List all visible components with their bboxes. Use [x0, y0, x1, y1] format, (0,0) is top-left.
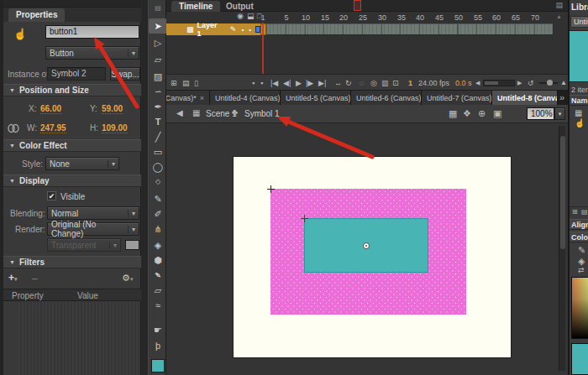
lasso-tool[interactable]: ∽: [149, 84, 167, 99]
layer-lock-dot[interactable]: •: [249, 26, 251, 34]
x-value[interactable]: 66.00: [40, 104, 61, 114]
symbol-type-dropdown[interactable]: Button ▾: [45, 46, 139, 60]
stage-vscrollbar[interactable]: [559, 126, 565, 371]
onion-skin-outlines-button[interactable]: ◎: [370, 78, 377, 88]
modify-markers-button[interactable]: ⊡: [392, 78, 399, 88]
y-value[interactable]: 59.00: [102, 104, 123, 114]
eraser-tool[interactable]: ▱: [149, 283, 167, 298]
panel-dock-bar[interactable]: [3, 0, 141, 8]
brush-tool[interactable]: ✐: [149, 206, 167, 221]
scroll-left-icon[interactable]: ◀: [475, 78, 480, 88]
pen-tool[interactable]: ✒: [149, 99, 167, 114]
play-button[interactable]: ▶: [296, 78, 302, 88]
new-symbol-icon[interactable]: ⊞: [572, 209, 578, 216]
tab-output[interactable]: Output: [218, 1, 261, 12]
hand-tool[interactable]: ☛: [149, 322, 167, 337]
swap-button[interactable]: Swap...: [110, 67, 140, 81]
zoom-tool[interactable]: ϸ: [149, 338, 167, 353]
layer-name[interactable]: Layer 1: [197, 21, 223, 38]
timeline-zoom-slider[interactable]: [539, 82, 558, 84]
stage-zoom-dropdown[interactable]: ▾: [554, 107, 565, 120]
frame-grid[interactable]: [266, 23, 553, 35]
edit-multiple-frames-button[interactable]: ▥: [381, 78, 389, 88]
center-frame-icon[interactable]: ⊕: [478, 109, 486, 118]
transparent-color-swatch[interactable]: [125, 240, 139, 250]
tab-timeline[interactable]: Timeline: [171, 1, 220, 12]
oval-tool[interactable]: ◯: [149, 159, 167, 174]
polystar-tool[interactable]: ◇: [149, 174, 167, 190]
stroke-color-icon[interactable]: ✎: [578, 246, 585, 255]
tab-library[interactable]: Library: [571, 3, 588, 12]
back-arrow-icon[interactable]: ◀: [176, 109, 183, 117]
bone-tool[interactable]: ⋔: [149, 221, 167, 237]
library-item-button-icon[interactable]: ☝: [575, 119, 585, 128]
stage-pasteboard[interactable]: [166, 123, 568, 375]
color-preview-swatch[interactable]: [571, 343, 588, 375]
panel-menu-icon[interactable]: ▤: [149, 1, 167, 16]
layer-row-layer1[interactable]: ▩ Layer 1 ✎ • •: [166, 23, 260, 35]
layer-visible-dot[interactable]: •: [241, 26, 244, 34]
swap-colors-icon[interactable]: ⇄: [578, 267, 585, 274]
text-tool[interactable]: T: [149, 114, 167, 129]
instance-name-input[interactable]: button1: [45, 25, 139, 39]
rectangle-tool[interactable]: ▭: [149, 144, 167, 159]
new-folder-icon[interactable]: ▤: [182, 78, 190, 88]
document-tab[interactable]: Untitled-4 (Canvas)* ×: [210, 91, 281, 105]
delete-layer-icon[interactable]: ▯: [194, 78, 198, 88]
playhead[interactable]: [354, 0, 361, 11]
tab-color[interactable]: Color: [570, 232, 588, 242]
lock-aspect-ratio-icon[interactable]: [8, 123, 19, 133]
onion-skin-button[interactable]: ◌: [360, 78, 364, 88]
color-picker-gradient[interactable]: [571, 277, 588, 339]
section-color-effect[interactable]: ▼ Color Effect: [3, 139, 141, 152]
step-forward-button[interactable]: |▶: [306, 78, 313, 88]
gradient-transform-tool[interactable]: ▨: [149, 69, 167, 84]
fill-color-icon[interactable]: ◈: [578, 257, 585, 266]
style-dropdown[interactable]: None ▾: [45, 157, 119, 170]
free-transform-tool[interactable]: ▱: [149, 52, 167, 67]
stage-zoom-input[interactable]: 100%: [527, 107, 554, 120]
show-hide-eye-icon[interactable]: ◉: [237, 13, 244, 20]
w-value[interactable]: 247.95: [40, 123, 66, 133]
h-value[interactable]: 109.00: [102, 123, 128, 133]
stage-canvas[interactable]: [234, 157, 511, 357]
scroll-up-icon[interactable]: ▲: [556, 13, 562, 19]
line-tool[interactable]: ╱: [149, 129, 167, 144]
edit-scene-icon[interactable]: ▦: [449, 109, 457, 118]
scroll-right-icon[interactable]: ▶: [517, 78, 522, 88]
instance-of-field[interactable]: Symbol 2: [47, 67, 106, 81]
document-tab[interactable]: Untitled-6 (Canvas)* ×: [351, 91, 422, 105]
reset-timeline-zoom-icon[interactable]: ↺: [528, 78, 534, 88]
new-layer-icon[interactable]: ⊞: [171, 78, 177, 88]
edit-symbols-icon[interactable]: ❖: [463, 109, 471, 118]
timeline-hscroll-thumb[interactable]: [485, 81, 498, 85]
timeline-zoom-slider-thumb[interactable]: [547, 80, 553, 86]
blending-dropdown[interactable]: Normal ▾: [47, 206, 139, 220]
timeline-hscrollbar[interactable]: [483, 80, 515, 86]
tab-overflow-icon[interactable]: »: [559, 93, 564, 102]
paint-bucket-tool[interactable]: ◈: [149, 237, 167, 253]
clip-content-icon[interactable]: ▣: [493, 109, 501, 118]
library-document-dropdown[interactable]: Untitled-8: [570, 16, 588, 28]
breadcrumb-symbol[interactable]: Symbol 1: [244, 109, 280, 118]
document-tab[interactable]: Untitled-7 (Canvas)* ×: [422, 91, 492, 105]
section-display[interactable]: ▼ Display: [3, 174, 141, 187]
filter-options-button[interactable]: ⚙▾: [122, 273, 133, 284]
tab-align[interactable]: Align: [570, 219, 588, 230]
go-to-first-frame-button[interactable]: |◀: [270, 78, 278, 88]
loop-range-button[interactable]: ↻: [345, 78, 352, 88]
remove-filter-button[interactable]: –: [32, 273, 38, 284]
library-item-graphic-icon[interactable]: ▦: [575, 109, 582, 117]
maximize-zoom-icon[interactable]: ▲: [560, 78, 567, 88]
transformation-point[interactable]: [363, 242, 370, 249]
new-folder-icon[interactable]: ▤: [581, 209, 588, 216]
step-back-button[interactable]: ◀|: [283, 78, 291, 88]
render-dropdown[interactable]: Original (No Change) ▾: [47, 222, 139, 236]
stage-vscroll-thumb[interactable]: [560, 136, 565, 249]
frame-rate-indicator[interactable]: 24.00 fps: [418, 78, 449, 88]
panel-menu-icon[interactable]: ▤: [555, 2, 563, 9]
timeline-ruler[interactable]: 1 5 10 15 20 25 30 35 40 45 50 55 60 65 …: [260, 12, 558, 23]
go-to-last-frame-button[interactable]: ▶|: [318, 78, 326, 88]
selection-tool[interactable]: ➤: [149, 18, 167, 34]
document-tab[interactable]: (Canvas)* ×: [166, 91, 210, 105]
